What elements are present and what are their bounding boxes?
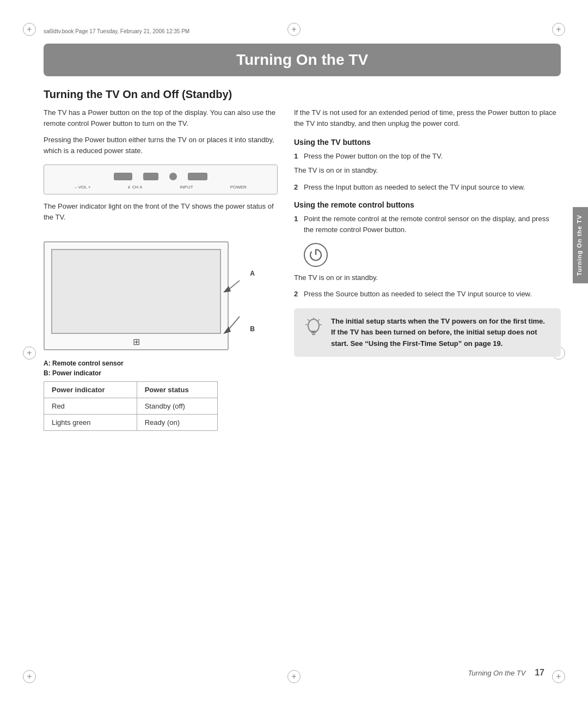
svg-marker-3 [223,326,231,334]
ch-button [143,173,158,180]
section-heading: Turning the TV On and Off (Standby) [44,88,561,101]
svg-marker-1 [223,286,231,293]
svg-point-6 [308,319,319,332]
tv-buttons-row [55,173,266,180]
page-content: Turning On the TV Turning the TV On and … [44,44,561,662]
bulb-icon-svg [304,317,323,341]
arrow-a-svg [223,275,245,297]
reg-mark-tl [23,23,36,36]
tv-buttons-heading: Using the TV buttons [294,138,561,147]
input-indicator [169,173,177,180]
tv-labels-row: – VOL + ∨ CH ∧ INPUT POWER [55,185,266,190]
remote-step-2: 2 Press the Source button as needed to s… [294,289,561,300]
svg-line-11 [308,319,309,321]
page-footer: Turning On the TV 17 [468,668,544,678]
label-b-text: B: Power indicator [44,369,278,377]
tip-text-strong: The initial setup starts when the TV pow… [331,317,545,347]
step-text-2: Press the Input button as needed to sele… [304,183,525,191]
table-header-col2: Power status [137,381,217,398]
remote-step-num-1: 1 [294,214,298,224]
remote-step-1: 1 Point the remote control at the remote… [294,214,561,235]
title-banner: Turning On the TV [44,44,561,76]
label-b-letter: B [250,325,255,333]
remote-step-note-1: The TV is on or in standby. [294,272,561,283]
right-column: If the TV is not used for an extended pe… [294,107,561,431]
remote-step-text-1: Point the remote control at the remote c… [304,215,549,234]
power-icon [304,243,328,267]
step-num-1: 1 [294,151,298,162]
left-intro-p1: The TV has a Power button on the top of … [44,107,278,129]
table-row: Red Standby (off) [44,398,218,414]
table-cell-row1-col1: Red [44,398,137,414]
reg-mark-ml [23,346,36,360]
ch-label: ∨ CH ∧ [127,185,143,190]
reg-mark-br [552,670,565,683]
reg-mark-bl [23,670,36,683]
two-column-layout: The TV has a Power button on the top of … [44,107,561,431]
tip-box: The initial setup starts when the TV pow… [294,308,561,356]
tv-front-illustration: ⊞ A B [44,241,229,350]
tv-screen [51,249,221,334]
table-cell-row2-col2: Ready (on) [137,414,217,430]
step-text-1: Press the Power button on the top of the… [304,152,443,160]
reg-mark-bm [287,670,301,683]
footer-text: Turning On the TV [468,669,525,677]
page-number: 17 [535,668,544,677]
power-button [188,173,207,180]
table-row: Lights green Ready (on) [44,414,218,430]
indicator-text: The Power indicator light on the front o… [44,201,278,223]
tv-bottom-bar: ⊞ [133,337,140,347]
svg-line-12 [318,319,320,321]
table-header-col1: Power indicator [44,381,137,398]
step-num-2: 2 [294,182,298,193]
page-title: Turning On the TV [60,51,544,69]
tv-buttons-steps: 1 Press the Power button on the top of t… [294,151,561,192]
table-cell-row1-col2: Standby (off) [137,398,217,414]
tv-step-note-1: The TV is on or in standby. [294,165,561,176]
remote-note-1: The TV is on or in standby. [294,273,378,282]
tv-buttons-illustration: – VOL + ∨ CH ∧ INPUT POWER [44,165,278,194]
remote-step-num-2: 2 [294,289,298,300]
arrow-b-svg [223,311,245,338]
power-icon-svg [309,248,323,262]
remote-buttons-steps: 1 Point the remote control at the remote… [294,214,561,235]
reg-mark-tr [552,23,565,36]
step-note-1: The TV is on or in standby. [294,166,378,174]
tip-icon [304,317,323,345]
vol-label: – VOL + [75,185,90,190]
tip-text: The initial setup starts when the TV pow… [331,316,551,349]
power-label: POWER [230,185,247,190]
left-intro-p2: Pressing the Power button either turns t… [44,135,278,156]
remote-buttons-heading: Using the remote control buttons [294,200,561,209]
input-label: INPUT [180,185,193,190]
left-column: The TV has a Power button on the top of … [44,107,278,431]
tv-step-2: 2 Press the Input button as needed to se… [294,182,561,193]
side-tab: Turning On the TV [573,207,588,283]
table-cell-row2-col1: Lights green [44,414,137,430]
label-a-letter: A [250,270,255,277]
remote-step-text-2: Press the Source button as needed to sel… [304,290,532,298]
tv-step-1: 1 Press the Power button on the top of t… [294,151,561,162]
vol-button [114,173,132,180]
reg-mark-tm [287,23,301,36]
ir-symbol: ⊞ [133,337,140,347]
tv-front-wrapper: ⊞ A B [44,234,229,354]
label-a-text: A: Remote control sensor [44,360,278,367]
right-intro-text: If the TV is not used for an extended pe… [294,107,561,129]
remote-buttons-steps-cont: The TV is on or in standby. 2 Press the … [294,272,561,300]
file-info: sa6ldtv.book Page 17 Tuesday, February 2… [44,28,189,34]
power-indicator-table: Power indicator Power status Red Standby… [44,381,218,431]
